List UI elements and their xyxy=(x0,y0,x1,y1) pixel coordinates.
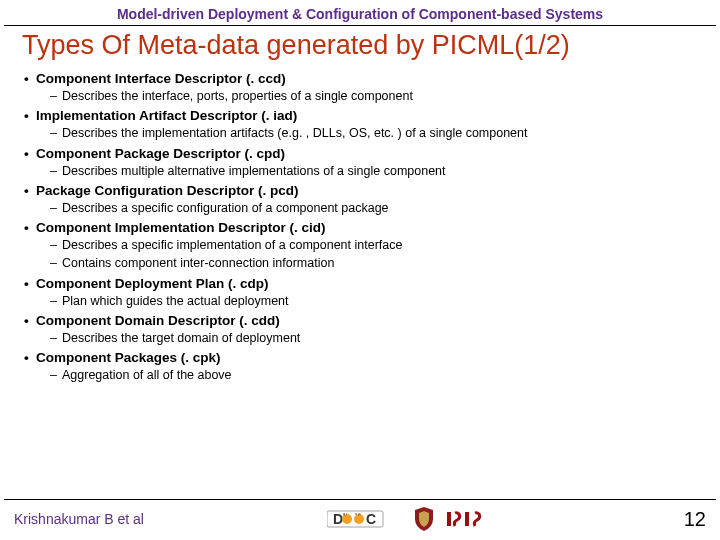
footer-logos: D C g r u p xyxy=(327,506,501,532)
sub-item: Plan which guides the actual deployment xyxy=(50,293,696,309)
svg-rect-8 xyxy=(447,512,451,526)
sub-item: Describes the interface, ports, properti… xyxy=(50,88,696,104)
svg-text:D: D xyxy=(333,511,343,527)
bullet-item: Component Deployment Plan (. cdp) xyxy=(24,276,696,291)
sub-item: Describes multiple alternative implement… xyxy=(50,163,696,179)
footer-divider xyxy=(4,499,716,500)
svg-text:g r: g r xyxy=(343,511,348,516)
bullet-item: Component Packages (. cpk) xyxy=(24,350,696,365)
bullet-item: Component Domain Descriptor (. cdd) xyxy=(24,313,696,328)
author-label: Krishnakumar B et al xyxy=(14,511,144,527)
svg-rect-9 xyxy=(465,512,469,526)
sub-item: Describes a specific configuration of a … xyxy=(50,200,696,216)
svg-text:u p: u p xyxy=(355,511,361,516)
slide-title: Types Of Meta-data generated by PICML(1/… xyxy=(0,26,720,67)
bullet-item: Component Interface Descriptor (. ccd) xyxy=(24,71,696,86)
bullet-item: Package Configuration Descriptor (. pcd) xyxy=(24,183,696,198)
sub-item: Aggregation of all of the above xyxy=(50,367,696,383)
isis-logo-icon xyxy=(445,507,501,531)
slide-footer: Krishnakumar B et al D C g r u p xyxy=(0,493,720,540)
bullet-item: Component Implementation Descriptor (. c… xyxy=(24,220,696,235)
sub-item: Contains component inter-connection info… xyxy=(50,255,696,271)
svg-text:C: C xyxy=(366,511,376,527)
sub-item: Describes the implementation artifacts (… xyxy=(50,125,696,141)
shield-logo-icon xyxy=(413,506,435,532)
bullet-item: Component Package Descriptor (. cpd) xyxy=(24,146,696,161)
bullet-item: Implementation Artifact Descriptor (. ia… xyxy=(24,108,696,123)
page-header: Model-driven Deployment & Configuration … xyxy=(0,0,720,25)
page-number: 12 xyxy=(684,508,706,531)
sub-item: Describes the target domain of deploymen… xyxy=(50,330,696,346)
doc-group-logo-icon: D C g r u p xyxy=(327,507,403,531)
sub-item: Describes a specific implementation of a… xyxy=(50,237,696,253)
slide-content: Component Interface Descriptor (. ccd) D… xyxy=(0,71,720,383)
